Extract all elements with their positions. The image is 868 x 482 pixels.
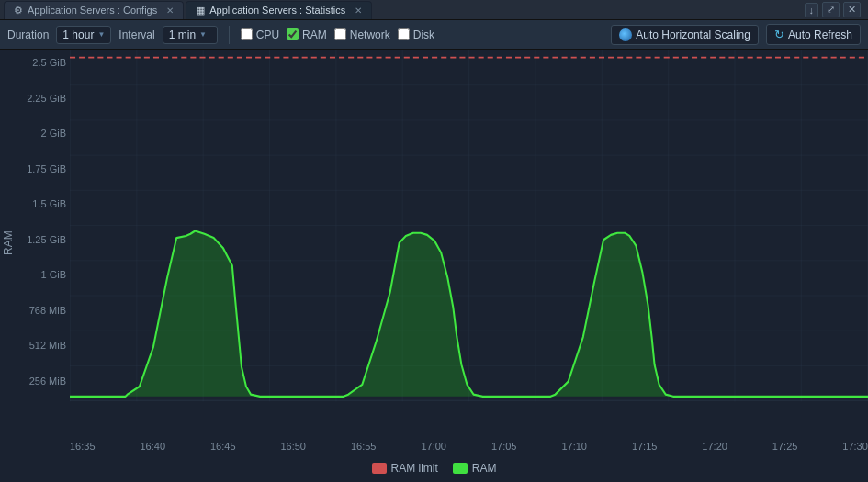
plot-area [70,50,868,436]
y-tick-3: 1.75 GiB [17,163,66,174]
legend-ram-label: RAM [472,462,497,475]
x-tick-2: 16:45 [210,441,236,452]
tab-configs-label: Application Servers : Configs [28,5,157,16]
chart-main: RAM 2.5 GiB 2.25 GiB 2 GiB 1.75 GiB 1.5 … [0,50,868,436]
tab-configs-close[interactable]: ✕ [166,6,174,16]
duration-arrow-icon: ▼ [97,30,105,39]
interval-dropdown[interactable]: 1 min ▼ [163,26,218,44]
tab-bar: ⚙ Application Servers : Configs ✕ ▦ Appl… [0,0,868,20]
tab-configs[interactable]: ⚙ Application Servers : Configs ✕ [4,1,184,19]
expand-button[interactable]: ⤢ [822,2,840,17]
legend-ram-limit: RAM limit [372,462,438,475]
tab-statistics-close[interactable]: ✕ [355,6,362,16]
y-tick-8: 512 MiB [17,340,66,351]
toolbar: Duration 1 hour ▼ Interval 1 min ▼ CPU R… [0,20,868,50]
cpu-checkbox-group[interactable]: CPU [241,28,279,41]
refresh-icon: ↻ [774,28,784,41]
ram-label: RAM [302,28,327,41]
legend-ram: RAM [453,462,497,475]
y-tick-6: 1 GiB [17,269,66,280]
duration-dropdown[interactable]: 1 hour ▼ [56,26,111,44]
x-tick-0: 16:35 [70,441,96,452]
duration-value: 1 hour [62,28,94,41]
network-checkbox-group[interactable]: Network [334,28,390,41]
interval-label: Interval [118,28,154,41]
y-tick-7: 768 MiB [17,305,66,316]
disk-checkbox[interactable] [398,28,410,40]
x-tick-4: 16:55 [351,441,377,452]
legend-ram-limit-color [372,463,387,474]
auto-horiz-label: Auto Horizontal Scaling [636,28,750,41]
chart-container: RAM 2.5 GiB 2.25 GiB 2 GiB 1.75 GiB 1.5 … [0,50,868,482]
y-tick-0: 2.5 GiB [17,57,66,68]
configs-icon: ⚙ [14,5,23,17]
y-axis-label: RAM [0,50,17,436]
network-checkbox[interactable] [334,28,346,40]
chart-svg [70,50,868,436]
x-tick-5: 17:00 [421,441,446,452]
x-tick-6: 17:05 [491,441,517,452]
interval-arrow-icon: ▼ [199,30,207,39]
y-tick-5: 1.25 GiB [17,234,66,245]
tab-bar-left: ⚙ Application Servers : Configs ✕ ▦ Appl… [4,1,374,19]
separator-1 [229,26,230,44]
tab-statistics-label: Application Servers : Statistics [209,5,345,16]
tab-statistics[interactable]: ▦ Application Servers : Statistics ✕ [186,1,372,19]
auto-horizontal-scaling-button[interactable]: Auto Horizontal Scaling [611,25,759,45]
cpu-checkbox[interactable] [241,28,253,40]
x-tick-7: 17:10 [561,441,587,452]
legend-ram-limit-label: RAM limit [391,462,438,475]
ram-checkbox[interactable] [287,28,299,40]
y-tick-1: 2.25 GiB [17,93,66,104]
close-window-button[interactable]: ✕ [843,2,861,17]
ram-checkbox-group[interactable]: RAM [287,28,327,41]
network-label: Network [350,28,390,41]
x-tick-11: 17:30 [842,441,868,452]
auto-refresh-button[interactable]: ↻ Auto Refresh [766,24,861,45]
download-button[interactable]: ↓ [805,3,819,17]
duration-label: Duration [7,28,49,41]
interval-value: 1 min [169,28,196,41]
y-tick-2: 2 GiB [17,128,66,139]
x-tick-9: 17:20 [702,441,727,452]
disk-checkbox-group[interactable]: Disk [398,28,434,41]
x-axis: 16:35 16:40 16:45 16:50 16:55 17:00 17:0… [0,436,868,456]
disk-label: Disk [413,28,434,41]
legend: RAM limit RAM [0,456,868,482]
legend-ram-color [453,463,468,474]
statistics-icon: ▦ [196,5,205,17]
y-axis: 2.5 GiB 2.25 GiB 2 GiB 1.75 GiB 1.5 GiB … [17,50,70,436]
y-tick-4: 1.5 GiB [17,198,66,209]
y-tick-9: 256 MiB [17,376,66,387]
x-tick-1: 16:40 [140,441,165,452]
auto-refresh-label: Auto Refresh [788,28,852,41]
cpu-label: CPU [256,28,279,41]
x-tick-10: 17:25 [772,441,798,452]
tab-bar-actions: ↓ ⤢ ✕ [805,2,865,17]
x-tick-8: 17:15 [632,441,658,452]
x-tick-3: 16:50 [280,441,306,452]
auto-horiz-icon [619,28,632,41]
